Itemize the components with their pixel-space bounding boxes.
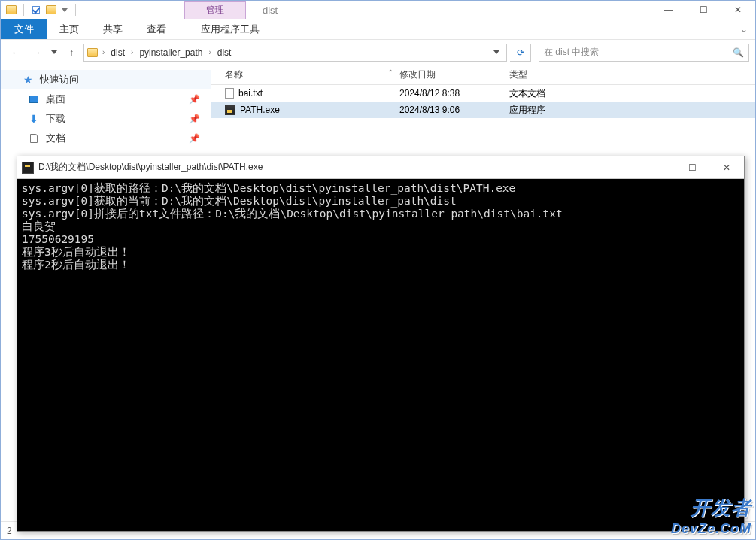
column-date[interactable]: 修改日期 bbox=[399, 68, 509, 81]
nav-recent-dropdown[interactable] bbox=[49, 44, 59, 62]
sort-caret-icon: ⌃ bbox=[387, 68, 393, 81]
column-type[interactable]: 类型 bbox=[509, 68, 600, 81]
separator bbox=[23, 4, 24, 16]
breadcrumb-item[interactable]: pyinstaller_path bbox=[136, 46, 205, 59]
ribbon-expand-icon[interactable]: ⌄ bbox=[740, 19, 755, 39]
watermark: 开发者 DevZe.CoM bbox=[671, 495, 751, 537]
search-input[interactable]: 在 dist 中搜索 🔍 bbox=[539, 44, 749, 62]
minimize-button[interactable]: — bbox=[651, 1, 686, 19]
console-titlebar[interactable]: D:\我的文档\Desktop\dist\pyinstaller_path\di… bbox=[17, 156, 744, 179]
chevron-right-icon[interactable]: › bbox=[129, 48, 135, 56]
properties-check-icon[interactable] bbox=[30, 4, 42, 16]
exe-icon bbox=[22, 162, 34, 174]
nav-back-button[interactable]: ← bbox=[7, 44, 25, 62]
chevron-right-icon[interactable]: › bbox=[101, 48, 106, 56]
ribbon-tab-file[interactable]: 文件 bbox=[1, 19, 47, 39]
close-button[interactable]: ✕ bbox=[709, 156, 744, 179]
text-file-icon bbox=[225, 88, 234, 99]
nav-forward-button[interactable]: → bbox=[28, 44, 46, 62]
console-window: D:\我的文档\Desktop\dist\pyinstaller_path\di… bbox=[17, 156, 745, 532]
exe-icon bbox=[225, 105, 235, 115]
file-name: PATH.exe bbox=[240, 105, 280, 115]
search-icon: 🔍 bbox=[733, 47, 744, 58]
item-count: 2 bbox=[7, 526, 12, 536]
ribbon: 文件 主页 共享 查看 应用程序工具 ⌄ bbox=[1, 19, 755, 40]
file-row[interactable]: bai.txt2024/8/12 8:38文本文档 bbox=[211, 85, 755, 102]
close-button[interactable]: ✕ bbox=[721, 1, 755, 19]
download-icon: ⬇ bbox=[28, 113, 40, 125]
file-name: bai.txt bbox=[238, 88, 263, 99]
search-placeholder: 在 dist 中搜索 bbox=[544, 46, 599, 59]
separator bbox=[75, 4, 76, 16]
sidebar-label: 文档 bbox=[46, 132, 65, 145]
quick-access-toolbar bbox=[1, 4, 79, 16]
qat-dropdown[interactable] bbox=[60, 4, 69, 16]
folder-icon bbox=[87, 48, 98, 57]
sidebar-label: 桌面 bbox=[46, 93, 65, 106]
refresh-button[interactable]: ⟳ bbox=[510, 44, 531, 62]
console-window-controls: — ☐ ✕ bbox=[640, 156, 744, 179]
sidebar-quick-access[interactable]: ★ 快速访问 bbox=[1, 70, 211, 89]
file-date: 2024/8/12 8:38 bbox=[399, 88, 509, 99]
desktop-icon bbox=[28, 93, 40, 105]
breadcrumb-item[interactable]: dist bbox=[108, 46, 128, 59]
contextual-tab-manage[interactable]: 管理 bbox=[184, 1, 246, 19]
titlebar: 管理 dist — ☐ ✕ bbox=[1, 1, 755, 19]
star-icon: ★ bbox=[22, 74, 34, 86]
sidebar-item-documents[interactable]: 文档 📌 bbox=[1, 129, 211, 148]
ribbon-tab-view[interactable]: 查看 bbox=[135, 19, 178, 39]
window-title: dist bbox=[263, 5, 278, 16]
maximize-button[interactable]: ☐ bbox=[675, 156, 709, 179]
file-type: 应用程序 bbox=[509, 104, 600, 117]
watermark-line2: DevZe.CoM bbox=[671, 521, 751, 537]
document-icon bbox=[28, 132, 40, 144]
folder-icon[interactable] bbox=[45, 4, 57, 16]
file-type: 文本文档 bbox=[509, 87, 600, 100]
sidebar-item-desktop[interactable]: 桌面 📌 bbox=[1, 89, 211, 109]
ribbon-tab-home[interactable]: 主页 bbox=[47, 19, 91, 39]
pin-icon: 📌 bbox=[189, 114, 200, 124]
file-date: 2024/8/13 9:06 bbox=[399, 105, 509, 115]
minimize-button[interactable]: — bbox=[640, 156, 675, 179]
nav-up-button[interactable]: ↑ bbox=[62, 44, 80, 62]
sidebar-label: 下载 bbox=[46, 112, 65, 126]
address-bar[interactable]: › dist › pyinstaller_path › dist bbox=[83, 44, 507, 62]
sidebar-item-downloads[interactable]: ⬇ 下载 📌 bbox=[1, 109, 211, 129]
column-headers: 名称⌃ 修改日期 类型 bbox=[211, 65, 755, 85]
maximize-button[interactable]: ☐ bbox=[686, 1, 721, 19]
sidebar-label: 快速访问 bbox=[40, 73, 79, 86]
address-dropdown[interactable] bbox=[488, 50, 505, 54]
pin-icon: 📌 bbox=[189, 94, 200, 105]
console-output[interactable]: sys.argv[0]获取的路径：D:\我的文档\Desktop\dist\py… bbox=[17, 179, 744, 275]
pin-icon: 📌 bbox=[189, 133, 200, 144]
ribbon-tab-share[interactable]: 共享 bbox=[91, 19, 135, 39]
window-controls: — ☐ ✕ bbox=[651, 1, 755, 19]
watermark-line1: 开发者 bbox=[671, 495, 751, 521]
column-name[interactable]: 名称⌃ bbox=[211, 68, 399, 81]
chevron-right-icon[interactable]: › bbox=[207, 48, 212, 56]
folder-icon bbox=[5, 4, 17, 16]
nav-toolbar: ← → ↑ › dist › pyinstaller_path › dist ⟳… bbox=[1, 40, 755, 65]
ribbon-tab-apptools[interactable]: 应用程序工具 bbox=[192, 19, 269, 39]
breadcrumb-item[interactable]: dist bbox=[214, 46, 235, 59]
console-title: D:\我的文档\Desktop\dist\pyinstaller_path\di… bbox=[38, 161, 263, 174]
file-rows: bai.txt2024/8/12 8:38文本文档PATH.exe2024/8/… bbox=[211, 85, 755, 118]
file-row[interactable]: PATH.exe2024/8/13 9:06应用程序 bbox=[211, 102, 755, 118]
